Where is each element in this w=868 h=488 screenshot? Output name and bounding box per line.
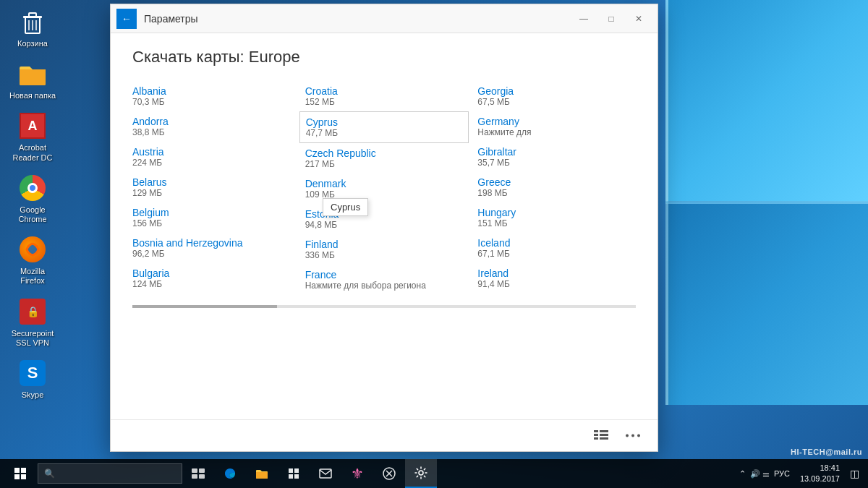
back-button[interactable]: ← [116, 9, 137, 29]
window-controls: — □ ✕ [571, 9, 652, 29]
chevron-up-icon[interactable]: ⌃ [739, 469, 746, 479]
taskview-icon [192, 468, 205, 479]
notification-button[interactable]: ◫ [850, 468, 859, 479]
clock[interactable]: 18:41 13.09.2017 [794, 463, 846, 485]
new-folder-icon[interactable]: Новая папка [7, 59, 58, 100]
list-item[interactable]: Finland 336 МБ [305, 234, 464, 265]
country-note: Нажмите для [477, 127, 636, 137]
svg-rect-12 [600, 437, 608, 440]
list-view-button[interactable] [588, 426, 614, 446]
svg-rect-16 [192, 468, 197, 473]
close-button[interactable]: ✕ [626, 9, 652, 29]
country-size: 96,2 МБ [132, 249, 291, 259]
svg-point-14 [631, 435, 634, 437]
scrollbar-track [132, 305, 636, 308]
svg-rect-23 [294, 474, 299, 479]
acrobat-label: AcrobatReader DC [12, 143, 52, 162]
list-item[interactable]: Andorra 38,8 МБ [132, 111, 291, 142]
list-item[interactable]: Gibraltar 35,7 МБ [477, 142, 636, 172]
country-name: Austria [132, 146, 291, 158]
more-options-button[interactable] [620, 426, 646, 446]
list-item[interactable]: France Нажмите для выбора региона [305, 265, 464, 295]
svg-rect-19 [199, 474, 205, 479]
task-view-button[interactable] [182, 459, 214, 488]
country-size: 156 МБ [132, 218, 291, 228]
maps-button[interactable]: ⚜ [341, 459, 373, 488]
list-item[interactable]: Greece 198 МБ [477, 172, 636, 202]
svg-rect-2 [29, 13, 36, 17]
acrobat-icon[interactable]: A AcrobatReader DC [7, 111, 58, 162]
country-name: Cyprus [306, 116, 463, 128]
skype-icon[interactable]: S Skype [7, 359, 58, 400]
country-size: 67,5 МБ [477, 97, 636, 107]
svg-rect-7 [594, 430, 598, 432]
taskbar-search[interactable]: 🔍 [38, 463, 182, 484]
country-name: Hungary [477, 207, 636, 218]
start-button[interactable] [3, 459, 38, 488]
firefox-icon[interactable]: MozillaFirefox [7, 235, 58, 286]
svg-rect-21 [294, 468, 299, 473]
list-item[interactable]: Hungary 151 МБ [477, 202, 636, 233]
store-icon [287, 467, 300, 480]
list-item[interactable]: Georgia 67,5 МБ [477, 81, 636, 111]
country-size: 217 МБ [305, 159, 464, 169]
list-item[interactable]: Iceland 67,1 МБ [477, 233, 636, 263]
xbox-icon [383, 467, 396, 480]
skype-circle: S [20, 360, 46, 386]
acrobat-box: A [20, 113, 46, 139]
recycle-bin-svg [20, 9, 46, 35]
sslvpn-icon[interactable]: 🔒 SecurepointSSL VPN [7, 297, 58, 348]
maximize-button[interactable]: □ [598, 9, 624, 29]
time: 18:41 [800, 463, 840, 474]
list-item[interactable]: Belgium 156 МБ [132, 202, 291, 233]
scrollbar-area[interactable] [132, 302, 636, 308]
list-item-cyprus[interactable]: Cyprus 47,7 МБ [299, 111, 469, 143]
list-icon [594, 430, 608, 442]
firefox-label: MozillaFirefox [20, 267, 45, 286]
svg-rect-9 [594, 434, 598, 436]
country-name: Bulgaria [132, 267, 291, 279]
skype-label: Skype [22, 390, 44, 400]
chrome-label: GoogleChrome [18, 205, 46, 224]
svg-rect-24 [320, 469, 331, 478]
list-item[interactable]: Bulgaria 124 МБ [132, 263, 291, 294]
scrollbar-thumb[interactable] [132, 305, 277, 308]
titlebar: ← Параметры — □ ✕ [111, 4, 658, 33]
desktop: Корзина Новая папка A AcrobatReader DC [0, 0, 868, 488]
mail-button[interactable] [310, 459, 341, 488]
ellipsis-icon [626, 434, 640, 437]
language-indicator[interactable]: РУС [774, 469, 790, 478]
sslvpn-label: SecurepointSSL VPN [12, 329, 54, 348]
window-content: Скачать карты: Europe Cyprus Albania 70,… [111, 33, 658, 419]
chrome-icon[interactable]: GoogleChrome [7, 174, 58, 224]
chrome-circle [20, 175, 46, 201]
minimize-button[interactable]: — [571, 9, 597, 29]
recycle-bin-icon[interactable]: Корзина [7, 7, 58, 48]
list-item[interactable]: Belarus 129 МБ [132, 172, 291, 202]
list-item[interactable]: Albania 70,3 МБ [132, 81, 291, 111]
firefox-circle [20, 236, 46, 262]
explorer-button[interactable] [246, 459, 278, 488]
country-name: Croatia [305, 85, 464, 97]
settings-button[interactable] [405, 459, 437, 488]
country-name: Georgia [477, 85, 636, 97]
list-item[interactable]: Austria 224 МБ [132, 142, 291, 172]
list-item[interactable]: Ireland 91,4 МБ [477, 263, 636, 294]
svg-rect-10 [600, 434, 608, 436]
list-item[interactable]: Croatia 152 МБ [305, 81, 464, 111]
column-3: Georgia 67,5 МБ Germany Нажмите для Gibr… [477, 81, 636, 295]
svg-rect-17 [199, 468, 205, 473]
store-button[interactable] [278, 459, 310, 488]
country-size: 124 МБ [132, 279, 291, 289]
list-item[interactable]: Bosnia and Herzegovina 96,2 МБ [132, 233, 291, 263]
list-item[interactable]: Germany Нажмите для [477, 111, 636, 142]
recycle-bin-label: Корзина [17, 39, 48, 48]
list-item[interactable]: Czech Republic 217 МБ [305, 143, 464, 174]
taskbar: 🔍 [0, 459, 868, 488]
svg-point-26 [419, 471, 423, 475]
tray-icons: 🔊 ⚌ [750, 469, 770, 479]
edge-button[interactable] [214, 459, 246, 488]
country-name: Iceland [477, 237, 636, 249]
explorer-icon [255, 468, 268, 479]
xbox-button[interactable] [373, 459, 405, 488]
